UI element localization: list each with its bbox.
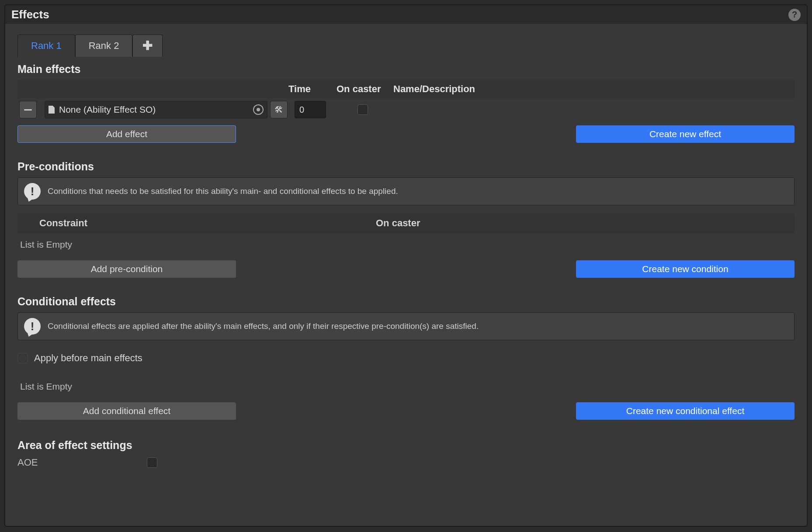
info-icon: ! — [24, 183, 41, 200]
tab-label: Rank 1 — [31, 40, 62, 52]
object-picker-icon[interactable] — [253, 104, 264, 115]
pre-conditions-empty-text: List is Empty — [17, 233, 795, 256]
button-label: Create new conditional effect — [626, 406, 744, 416]
effect-object-label: None (Ability Effect SO) — [59, 104, 156, 115]
apply-before-row: Apply before main effects — [17, 352, 795, 364]
add-pre-condition-button[interactable]: Add pre-condition — [17, 260, 236, 278]
button-label: Add effect — [106, 129, 147, 139]
effect-on-caster-checkbox[interactable] — [357, 104, 368, 115]
conditional-effects-empty-text: List is Empty — [17, 371, 795, 398]
button-label: Create new condition — [642, 264, 728, 274]
section-title-main-effects: Main effects — [17, 63, 795, 76]
col-header-name-desc: Name/Description — [393, 83, 795, 95]
rank-tabs: Rank 1 Rank 2 ✚ — [17, 35, 795, 57]
effect-object-field[interactable]: None (Ability Effect SO) — [45, 101, 267, 118]
conditional-effects-info-text: Conditional effects are applied after th… — [48, 321, 479, 331]
remove-effect-button[interactable] — [19, 101, 37, 118]
minus-icon — [24, 109, 32, 111]
main-effects-header-row: Time On caster Name/Description — [17, 80, 795, 98]
button-label: Add pre-condition — [91, 264, 163, 274]
help-icon[interactable]: ? — [788, 9, 801, 21]
conditional-effects-button-row: Add conditional effect Create new condit… — [17, 402, 795, 420]
effects-panel: Effects ? Rank 1 Rank 2 ✚ Main effects T… — [4, 4, 808, 527]
col-header-constraint: Constraint — [39, 218, 376, 229]
create-new-condition-button[interactable]: Create new condition — [576, 260, 795, 278]
create-new-effect-button[interactable]: Create new effect — [576, 125, 795, 143]
pre-conditions-header-row: Constraint On caster — [17, 213, 795, 233]
effect-time-input[interactable] — [295, 101, 326, 118]
main-effects-row: None (Ability Effect SO) 🛠 — [17, 98, 795, 121]
section-title-conditional-effects: Conditional effects — [17, 295, 795, 308]
edit-effect-button[interactable]: 🛠 — [270, 101, 288, 118]
file-icon — [49, 106, 55, 114]
wrench-icon: 🛠 — [274, 105, 283, 115]
button-label: Create new effect — [649, 129, 721, 139]
pre-conditions-info-box: ! Conditions that needs to be satisfied … — [17, 177, 795, 205]
col-header-on-caster: On caster — [337, 83, 393, 95]
pre-conditions-info-text: Conditions that needs to be satisfied fo… — [48, 187, 398, 196]
pre-conditions-button-row: Add pre-condition Create new condition — [17, 260, 795, 278]
conditional-effects-info-box: ! Conditional effects are applied after … — [17, 312, 795, 340]
apply-before-checkbox[interactable] — [17, 353, 28, 363]
section-title-aoe: Area of effect settings — [17, 439, 795, 452]
button-label: Add conditional effect — [83, 406, 170, 416]
panel-title: Effects — [11, 8, 49, 21]
create-new-conditional-effect-button[interactable]: Create new conditional effect — [576, 402, 795, 420]
plus-icon: ✚ — [142, 40, 153, 52]
add-conditional-effect-button[interactable]: Add conditional effect — [17, 402, 236, 420]
col-header-on-caster: On caster — [376, 218, 795, 229]
tab-rank-1[interactable]: Rank 1 — [17, 35, 75, 57]
section-title-pre-conditions: Pre-conditions — [17, 160, 795, 173]
apply-before-label: Apply before main effects — [34, 352, 142, 364]
main-effects-button-row: Add effect Create new effect — [17, 125, 795, 143]
col-header-time: Time — [288, 83, 337, 95]
add-rank-tab[interactable]: ✚ — [132, 35, 163, 57]
add-effect-button[interactable]: Add effect — [17, 125, 236, 143]
aoe-row: AOE — [17, 457, 795, 468]
info-icon: ! — [24, 318, 41, 335]
tab-label: Rank 2 — [89, 40, 119, 52]
panel-header: Effects ? — [5, 5, 807, 24]
panel-body: Rank 1 Rank 2 ✚ Main effects Time On cas… — [5, 24, 807, 526]
tab-rank-2[interactable]: Rank 2 — [75, 35, 133, 57]
aoe-checkbox[interactable] — [147, 457, 157, 468]
aoe-label: AOE — [17, 457, 38, 468]
